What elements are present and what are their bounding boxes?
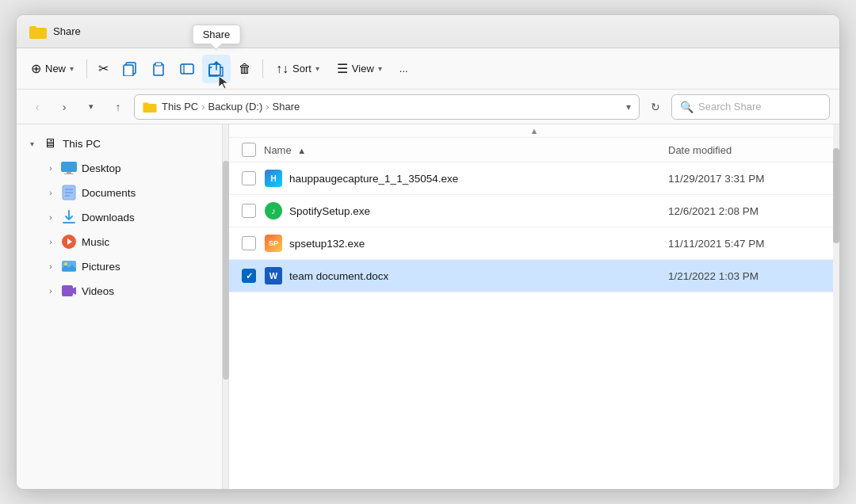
main-content: ▾ 🖥 This PC › Desktop › <box>17 124 839 489</box>
address-folder-icon <box>143 101 157 113</box>
file-checkbox-2[interactable] <box>242 204 264 218</box>
svg-rect-0 <box>29 28 47 39</box>
sort-button[interactable]: ↑↓ Sort ▾ <box>268 55 327 83</box>
toolbar-sep-1 <box>86 59 87 78</box>
sidebar-scroll-thumb[interactable] <box>223 161 229 380</box>
checkbox-unchecked-2[interactable] <box>242 204 256 218</box>
svg-rect-5 <box>155 63 162 66</box>
sidebar-item-documents[interactable]: › Documents <box>20 181 219 204</box>
copy-button[interactable] <box>117 55 143 83</box>
forward-button[interactable]: › <box>53 96 75 118</box>
file-list-header: Name ▲ Date modified <box>229 138 839 162</box>
new-button[interactable]: ⊕ New ▾ <box>23 55 82 83</box>
sidebar: ▾ 🖥 This PC › Desktop › <box>17 124 223 489</box>
sidebar-item-downloads[interactable]: › Downloads <box>20 205 219 229</box>
collapse-icon[interactable]: ▲ <box>530 126 539 136</box>
svg-rect-6 <box>181 64 193 74</box>
more-button[interactable]: ... <box>392 55 416 83</box>
music-icon <box>61 234 77 250</box>
svg-rect-1 <box>29 26 36 29</box>
pictures-expand-icon: › <box>45 262 56 271</box>
word-doc-icon: W <box>265 267 282 284</box>
header-checkbox-area <box>242 143 264 157</box>
downloads-expand-icon: › <box>45 213 56 222</box>
check-mark: ✓ <box>246 271 253 281</box>
file-name-1: hauppaugecapture_1_1_35054.exe <box>289 173 668 185</box>
videos-expand-icon: › <box>45 287 56 296</box>
copy-icon <box>123 62 137 76</box>
sidebar-item-music[interactable]: › Music <box>20 230 219 254</box>
sidebar-item-desktop[interactable]: › Desktop <box>20 156 219 180</box>
view-chevron-icon: ▾ <box>378 64 382 73</box>
new-label: New <box>45 63 66 74</box>
svg-rect-11 <box>61 162 77 172</box>
checkbox-checked-4[interactable]: ✓ <box>242 269 256 283</box>
file-date-3: 11/11/2021 5:47 PM <box>668 238 827 250</box>
file-date-2: 12/6/2021 2:08 PM <box>668 205 827 217</box>
sidebar-this-pc[interactable]: ▾ 🖥 This PC <box>20 132 219 155</box>
svg-rect-3 <box>124 65 133 76</box>
col-date-label: Date modified <box>668 144 732 156</box>
share-icon <box>208 61 224 77</box>
address-dropdown-icon[interactable]: ▾ <box>626 101 631 113</box>
rename-button[interactable] <box>174 55 201 83</box>
checkbox-unchecked-3[interactable] <box>242 236 256 250</box>
address-row: ‹ › ▾ ↑ This PC › Backup (D:) › Share ▾ … <box>17 90 839 124</box>
title-folder-icon <box>29 25 47 39</box>
new-chevron-icon: ▾ <box>70 64 74 73</box>
more-label: ... <box>399 63 408 74</box>
file-icon-sp: SP <box>264 234 283 253</box>
search-placeholder: Search Share <box>698 101 762 113</box>
svg-rect-9 <box>143 104 156 113</box>
file-checkbox-1[interactable] <box>242 171 264 185</box>
sidebar-scrollbar[interactable] <box>223 124 229 489</box>
file-scrollbar-track[interactable] <box>833 124 839 489</box>
svg-point-21 <box>64 262 67 265</box>
window-title: Share <box>53 25 81 37</box>
hauppauge-exe-icon: H <box>265 170 282 187</box>
refresh-button[interactable]: ↻ <box>644 96 667 118</box>
file-area: ▲ Name ▲ Date modified <box>229 124 839 489</box>
this-pc-icon: 🖥 <box>42 136 58 151</box>
title-bar: Share <box>17 15 839 48</box>
crumb-backup[interactable]: Backup (D:) <box>208 101 263 113</box>
desktop-expand-icon: › <box>45 164 56 173</box>
music-expand-icon: › <box>45 238 56 246</box>
file-checkbox-3[interactable] <box>242 236 264 250</box>
file-row[interactable]: SP spsetup132.exe 11/11/2021 5:47 PM <box>229 227 839 260</box>
checkbox-unchecked-1[interactable] <box>242 171 256 185</box>
sort-asc-icon: ▲ <box>297 146 306 155</box>
history-button[interactable]: ▾ <box>80 96 102 118</box>
cut-button[interactable]: ✂ <box>92 55 115 83</box>
file-row[interactable]: H hauppaugecapture_1_1_35054.exe 11/29/2… <box>229 162 839 195</box>
view-button[interactable]: ☰ View ▾ <box>329 55 390 83</box>
col-name-header[interactable]: Name ▲ <box>264 144 668 156</box>
file-checkbox-4[interactable]: ✓ <box>242 269 264 283</box>
back-button[interactable]: ‹ <box>26 96 48 118</box>
up-button[interactable]: ↑ <box>107 96 129 118</box>
search-bar[interactable]: 🔍 Search Share <box>671 94 830 120</box>
crumb-sep-2: › <box>266 101 269 113</box>
paste-button[interactable] <box>145 55 172 83</box>
desktop-icon <box>61 160 77 176</box>
sidebar-downloads-label: Downloads <box>82 212 135 223</box>
col-date-header[interactable]: Date modified <box>668 144 827 156</box>
file-icon-hauppauge: H <box>264 169 283 188</box>
address-bar[interactable]: This PC › Backup (D:) › Share ▾ <box>134 94 640 120</box>
sidebar-item-videos[interactable]: › Videos <box>20 279 219 303</box>
file-icon-word: W <box>264 266 283 285</box>
cut-icon: ✂ <box>98 61 109 76</box>
crumb-share[interactable]: Share <box>273 101 300 113</box>
this-pc-expand-icon: ▾ <box>26 139 37 148</box>
delete-button[interactable]: 🗑 <box>232 55 258 83</box>
crumb-this-pc[interactable]: This PC <box>162 101 198 113</box>
file-scroll-thumb[interactable] <box>833 148 839 243</box>
sidebar-pictures-label: Pictures <box>82 261 120 273</box>
sort-chevron-icon: ▾ <box>315 64 319 73</box>
select-all-checkbox[interactable] <box>242 143 256 157</box>
sidebar-item-pictures[interactable]: › Pictures <box>20 254 219 278</box>
file-row[interactable]: ♪ SpotifySetup.exe 12/6/2021 2:08 PM <box>229 195 839 227</box>
file-row-selected[interactable]: ✓ W team document.docx 1/21/2022 1:03 PM <box>229 260 839 292</box>
share-button[interactable] <box>202 55 231 83</box>
sidebar-desktop-label: Desktop <box>82 162 121 174</box>
